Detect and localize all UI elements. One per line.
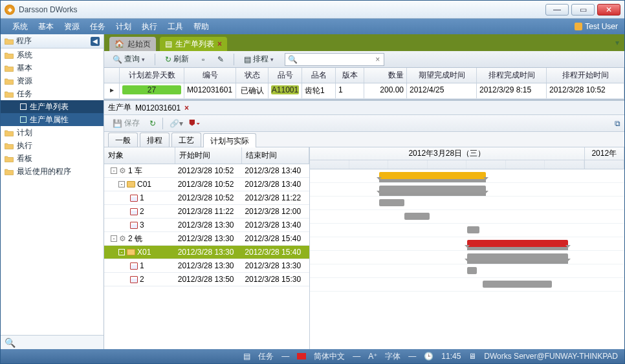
menu-task[interactable]: 任务 (85, 21, 111, 32)
tree-row[interactable]: 22012/3/28 11:222012/3/28 12:00 (104, 205, 309, 219)
col-ver[interactable]: 版本 (336, 68, 364, 83)
tab-home[interactable]: 🏠 起始页 (109, 37, 156, 51)
gantt-bar[interactable] (467, 267, 477, 274)
sidebar-subitem[interactable]: 生产单列表 (1, 100, 104, 113)
tab-order-list[interactable]: ▤ 生产单列表 × (160, 37, 227, 51)
sidebar-item[interactable]: 资源 (1, 74, 104, 87)
menu-help[interactable]: 帮助 (188, 21, 214, 32)
gantt-bar[interactable] (483, 281, 552, 288)
col-diff[interactable]: 计划差异天数 (120, 68, 184, 83)
tree-row[interactable]: 32012/3/28 13:302012/3/28 13:40 (104, 219, 309, 232)
subtab-process[interactable]: 工艺 (171, 133, 201, 147)
tree-row[interactable]: 12012/3/28 13:302012/3/28 13:30 (104, 259, 309, 273)
sidebar-subitem[interactable]: 生产单属性 (1, 113, 104, 126)
gantt-bar[interactable] (467, 261, 568, 264)
col-selector[interactable] (104, 68, 120, 83)
collapse-sidebar-button[interactable]: ◀ (91, 37, 100, 46)
refresh-detail-button[interactable]: ↻ (149, 119, 156, 128)
popout-button[interactable]: ⧉ (615, 119, 620, 128)
sidebar-footer: 🔍 (1, 335, 104, 349)
sidebar-item[interactable]: 计划 (1, 126, 104, 139)
binocular-icon[interactable]: 🔍 (5, 339, 14, 346)
col-start[interactable]: 排程开始时间 (547, 68, 624, 83)
maximize-button[interactable]: ▭ (571, 4, 595, 16)
gantt-bar[interactable] (467, 240, 568, 247)
gantt-bar[interactable] (467, 226, 479, 233)
detail-close-button[interactable]: × (184, 103, 189, 112)
menu-system[interactable]: 系统 (7, 21, 33, 32)
subtab-plan-actual[interactable]: 计划与实际 (203, 133, 256, 147)
refresh-button[interactable]: ↻ 刷新 (160, 52, 193, 67)
gantt-bar[interactable] (404, 213, 430, 220)
tree-row[interactable]: 12012/3/28 10:522012/3/28 11:22 (104, 191, 309, 205)
col-pn[interactable]: 品号 (269, 68, 302, 83)
cell-status: 已确认 (236, 83, 269, 98)
col-due[interactable]: 期望完成时间 (407, 68, 477, 83)
gantt-bar[interactable] (379, 186, 486, 193)
document-icon: ▤ (165, 39, 172, 48)
col-end[interactable]: 排程完成时间 (477, 68, 547, 83)
calendar-icon (130, 276, 138, 283)
expand-toggle[interactable]: - (118, 181, 125, 187)
expand-toggle[interactable]: - (118, 249, 125, 255)
th-end[interactable]: 结束时间 (242, 147, 309, 164)
expand-toggle[interactable]: - (111, 167, 117, 174)
menu-tool[interactable]: 工具 (162, 21, 188, 32)
new-button[interactable]: ▫ (197, 53, 209, 66)
subtab-schedule[interactable]: 排程 (140, 133, 170, 147)
expand-toggle[interactable]: - (111, 235, 117, 242)
sidebar-item[interactable]: 任务 (1, 87, 104, 100)
edit-button[interactable]: ✎ (213, 53, 228, 66)
status-lang[interactable]: 简体中文 (314, 351, 345, 362)
tab-overflow-icon[interactable]: ▾ (615, 38, 619, 47)
tree-row[interactable]: -C012012/3/28 10:522012/3/28 13:40 (104, 178, 309, 191)
gantt-bar[interactable] (379, 199, 404, 206)
tree-row[interactable]: 22012/3/28 13:502012/3/28 15:30 (104, 273, 309, 286)
sidebar-item[interactable]: 最近使用的程序 (1, 165, 104, 178)
gantt-bar[interactable] (467, 253, 568, 261)
col-name[interactable]: 品名 (302, 68, 336, 83)
shield-icon[interactable]: ⛊▾ (188, 119, 200, 128)
subtab-general[interactable]: 一般 (108, 133, 138, 147)
folder-icon (5, 37, 14, 45)
user-indicator[interactable]: Test User (575, 22, 618, 31)
save-icon: 💾 (113, 119, 122, 128)
th-start[interactable]: 开始时间 (175, 147, 243, 164)
link-icon[interactable]: 🔗▾ (170, 119, 183, 128)
gantt-bar[interactable] (379, 172, 486, 179)
close-button[interactable]: ✕ (597, 4, 620, 16)
menu-exec[interactable]: 执行 (137, 21, 162, 32)
menu-resource[interactable]: 资源 (59, 21, 85, 32)
sidebar-item[interactable]: 看板 (1, 152, 104, 165)
menu-basic[interactable]: 基本 (33, 21, 59, 32)
gantt-body[interactable] (310, 169, 624, 349)
minimize-button[interactable]: — (545, 4, 569, 16)
col-status[interactable]: 状态 (236, 68, 269, 83)
tree-row[interactable]: -⚙2 铣2012/3/28 13:302012/3/28 15:40 (104, 232, 309, 246)
tree-row[interactable]: -X012012/3/28 13:302012/3/28 15:40 (104, 246, 309, 259)
search-input[interactable] (300, 54, 371, 65)
col-qty[interactable]: 数量 (364, 68, 407, 83)
gantt-bar[interactable] (379, 179, 486, 182)
dropdown-icon: ▾ (270, 56, 274, 63)
th-object[interactable]: 对象 (104, 147, 175, 164)
status-task[interactable]: 任务 (258, 351, 274, 362)
gantt-bar[interactable] (379, 193, 486, 196)
col-no[interactable]: 编号 (184, 68, 236, 83)
grid-row[interactable]: ▸ 27 M012031601 已确认 A11001 齿轮1 1 200.00 … (104, 83, 624, 99)
dropdown-icon: ▾ (142, 56, 145, 63)
sidebar-item[interactable]: 基本 (1, 61, 104, 74)
sidebar-item[interactable]: 系统 (1, 48, 104, 61)
clear-search-button[interactable]: × (371, 55, 384, 64)
separator (155, 54, 155, 65)
tab-close-icon[interactable]: × (217, 39, 222, 48)
search-button[interactable]: 🔍 查询 ▾ (108, 52, 149, 67)
gantt-bar[interactable] (467, 247, 568, 250)
save-button[interactable]: 💾 保存 (108, 116, 144, 131)
cell-ver: 1 (336, 83, 364, 98)
schedule-button[interactable]: ▤ 排程 ▾ (239, 52, 278, 67)
tree-row[interactable]: -⚙1 车2012/3/28 10:522012/3/28 13:40 (104, 164, 309, 178)
sidebar-item[interactable]: 执行 (1, 139, 104, 152)
menu-plan[interactable]: 计划 (111, 21, 137, 32)
status-font[interactable]: 字体 (385, 351, 400, 362)
